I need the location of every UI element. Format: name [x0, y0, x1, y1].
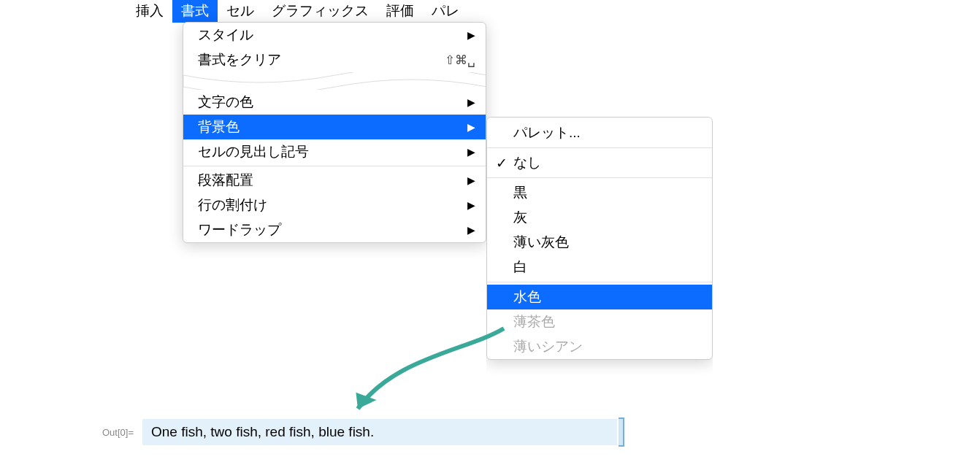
output-text: One fish, two fish, red fish, blue fish.	[151, 424, 374, 440]
submenu-item-light-brown[interactable]: 薄茶色	[487, 309, 712, 334]
submenu-arrow-icon: ▶	[467, 121, 475, 133]
menubar-item-cell[interactable]: セル	[218, 0, 263, 23]
menu-item-label: 背景色	[198, 118, 240, 136]
menu-item-style[interactable]: スタイル ▶	[183, 23, 486, 47]
submenu-arrow-icon: ▶	[467, 174, 475, 186]
submenu-item-label: 灰	[513, 208, 527, 227]
cell-bracket[interactable]	[619, 417, 624, 447]
submenu-item-label: 黒	[513, 183, 527, 202]
menu-item-label: 段落配置	[198, 171, 253, 190]
output-label: Out[0]=	[102, 427, 134, 438]
menu-item-cell-dingbat[interactable]: セルの見出し記号 ▶	[183, 139, 486, 164]
menu-item-label: 行の割付け	[198, 196, 267, 215]
submenu-item-label: 薄いシアン	[513, 337, 583, 356]
menu-item-label: ワードラップ	[198, 220, 281, 239]
submenu-item-light-blue[interactable]: 水色	[487, 285, 712, 309]
submenu-item-none[interactable]: ✓ なし	[487, 150, 712, 175]
menu-item-text-color[interactable]: 文字の色 ▶	[183, 90, 486, 115]
menu-separator	[487, 177, 712, 178]
checkmark-icon: ✓	[496, 155, 508, 172]
submenu-item-label: 水色	[513, 288, 541, 307]
menu-item-label: スタイル	[198, 26, 253, 45]
submenu-item-light-gray[interactable]: 薄い灰色	[487, 230, 712, 255]
menu-item-shortcut: ⇧⌘␣	[445, 53, 475, 68]
menubar-item-palettes[interactable]: パレ	[423, 0, 468, 23]
menu-separator	[183, 166, 486, 166]
submenu-item-label: 薄い灰色	[513, 233, 569, 252]
submenu-item-light-cyan[interactable]: 薄いシアン	[487, 334, 712, 359]
output-cell[interactable]: One fish, two fish, red fish, blue fish.	[142, 419, 617, 445]
menu-item-label: 書式をクリア	[198, 50, 281, 69]
format-dropdown: スタイル ▶ 書式をクリア ⇧⌘␣ 文字の色 ▶ 背景色 ▶ セルの見出し記号 …	[183, 22, 486, 243]
submenu-item-label: 薄茶色	[513, 312, 555, 331]
menu-separator	[487, 282, 712, 282]
submenu-arrow-icon: ▶	[467, 199, 475, 211]
menu-item-label: セルの見出し記号	[198, 142, 309, 161]
menu-item-clear-formatting[interactable]: 書式をクリア ⇧⌘␣	[183, 47, 486, 72]
submenu-item-palette[interactable]: パレット...	[487, 120, 712, 145]
submenu-item-gray[interactable]: 灰	[487, 205, 712, 230]
submenu-item-label: なし	[513, 153, 541, 172]
background-color-submenu: パレット... ✓ なし 黒 灰 薄い灰色 白 水色 薄茶色 薄いシアン	[486, 117, 713, 360]
menu-tear-decoration	[183, 72, 486, 90]
submenu-arrow-icon: ▶	[467, 146, 475, 158]
submenu-arrow-icon: ▶	[467, 96, 475, 108]
menu-item-text-alignment[interactable]: 段落配置 ▶	[183, 168, 486, 193]
submenu-item-black[interactable]: 黒	[487, 180, 712, 205]
menubar-item-evaluation[interactable]: 評価	[378, 0, 423, 23]
menu-separator	[487, 147, 712, 148]
menubar-item-format[interactable]: 書式	[172, 0, 218, 23]
submenu-arrow-icon: ▶	[467, 29, 475, 41]
menu-item-word-wrapping[interactable]: ワードラップ ▶	[183, 217, 486, 242]
menubar: 挿入 書式 セル グラフィックス 評価 パレ	[127, 0, 468, 22]
menu-item-label: 文字の色	[198, 93, 253, 112]
output-row: Out[0]= One fish, two fish, red fish, bl…	[102, 419, 617, 445]
menu-item-background-color[interactable]: 背景色 ▶	[183, 115, 486, 139]
menubar-item-insert[interactable]: 挿入	[127, 0, 172, 23]
submenu-item-label: パレット...	[513, 123, 581, 142]
svg-marker-0	[351, 393, 377, 414]
menubar-item-graphics[interactable]: グラフィックス	[263, 0, 378, 23]
submenu-item-white[interactable]: 白	[487, 255, 712, 280]
menu-item-text-justification[interactable]: 行の割付け ▶	[183, 193, 486, 217]
submenu-arrow-icon: ▶	[467, 224, 475, 236]
submenu-item-label: 白	[513, 258, 527, 277]
